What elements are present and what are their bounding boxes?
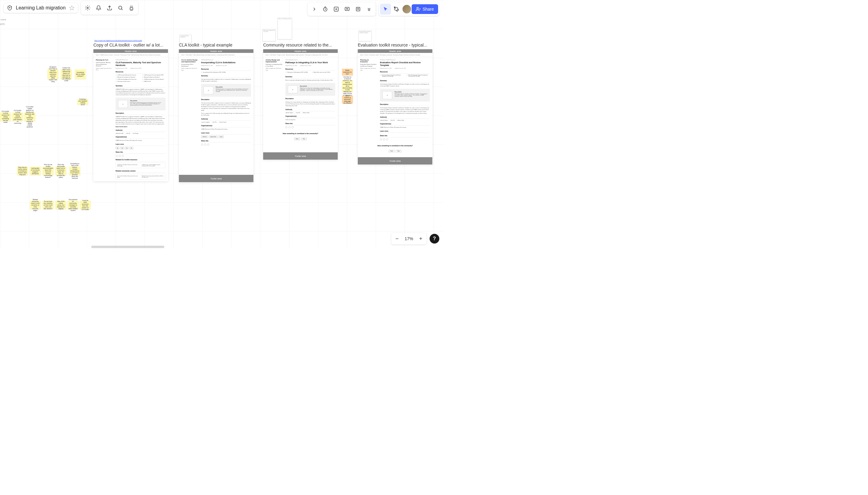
- star-icon[interactable]: [69, 5, 75, 11]
- search-button[interactable]: [115, 2, 126, 13]
- canvas[interactable]: ment ype) Incorporating CLA in Solicitat…: [0, 0, 443, 248]
- frame-2-title: CLA toolkit - typical example: [179, 42, 253, 48]
- sticky-note[interactable]: Do we have any analytics on how much use…: [43, 201, 53, 209]
- image-placeholder-icon: ▲: [203, 86, 213, 94]
- timer-button[interactable]: [320, 4, 331, 15]
- f1-sidebar: Planning for CLA CLA Framework, Maturity…: [96, 59, 113, 180]
- zoom-in-button[interactable]: +: [416, 234, 425, 243]
- frame-3-title: Community resource related to the...: [263, 42, 338, 48]
- frame-1-header: Header area: [94, 49, 168, 53]
- top-toolbar: Learning Lab migration Share: [0, 0, 443, 16]
- thumbnail-1[interactable]: Incorporating CLA in Solicitations: [180, 35, 192, 43]
- frame-1-title: Copy of CLA toolkit - outlier w/ a lot..…: [94, 42, 168, 48]
- sticky-note[interactable]: Something to add on the bottom: contact …: [69, 167, 80, 175]
- export-button[interactable]: [104, 2, 115, 13]
- comments-button[interactable]: [353, 4, 364, 15]
- thumbnail-4[interactable]: Evaluation Report Checklist and Review T…: [358, 30, 372, 41]
- frame-4[interactable]: Evaluation toolkit resource - typical...…: [358, 42, 432, 165]
- f1-heading: CLA Framework, Maturity Tool and Spectru…: [116, 61, 166, 67]
- plugin-button[interactable]: [126, 2, 137, 13]
- share-button[interactable]: Share: [412, 4, 438, 14]
- present-button[interactable]: [342, 4, 353, 15]
- sticky-note[interactable]: Published and Updated making sense: [77, 99, 88, 105]
- board-info: Learning Lab migration: [4, 3, 78, 13]
- thumbnail-2[interactable]: Pathways to Integrating CLA in Your Work: [262, 29, 276, 41]
- voting-button[interactable]: [331, 4, 342, 15]
- right-toolbar: Share: [307, 2, 439, 16]
- sticky-note[interactable]: Designers want help to prevent users fro…: [48, 69, 59, 79]
- shield-icon: [7, 5, 13, 11]
- svg-point-0: [10, 7, 10, 8]
- main-actions: [81, 1, 138, 15]
- sticky-note[interactable]: CLA toolkit: related platform on sharing…: [24, 113, 35, 121]
- frame-3[interactable]: Community resource related to the... Hea…: [263, 42, 338, 160]
- sticky-note[interactable]: Lack/quality of comments suggests disint…: [30, 167, 41, 175]
- svg-point-3: [119, 6, 122, 10]
- sticky-note[interactable]: Rare that an author wants to include an …: [17, 167, 28, 175]
- board-title[interactable]: Learning Lab migration: [16, 5, 66, 11]
- image-placeholder-icon: ▲: [118, 100, 128, 108]
- image-placeholder-icon: ▲: [382, 91, 392, 99]
- frame-1[interactable]: Copy of CLA toolkit - outlier w/ a lot..…: [94, 42, 168, 181]
- sticky-note[interactable]: CLA toolkit, no final process for vettin…: [0, 113, 11, 121]
- settings-button[interactable]: [82, 2, 93, 13]
- frame-4-title: Evaluation toolkit resource - typical...: [358, 42, 432, 48]
- image-placeholder-icon: ▲: [288, 85, 298, 93]
- svg-marker-8: [347, 8, 348, 10]
- svg-point-2: [87, 7, 88, 9]
- svg-marker-1: [69, 6, 74, 10]
- canvas-text-2: ype): [0, 22, 5, 25]
- sticky-note[interactable]: Something like an offsite indicator?: [75, 69, 86, 79]
- sticky-note[interactable]: Info they try to keep at minimum, but ne…: [342, 80, 353, 92]
- thumbnail-3[interactable]: What is Your Pathway to CLA?: [278, 18, 292, 39]
- sticky-note[interactable]: Could be other resources from this secti…: [80, 201, 91, 209]
- canvas-text-1: ment: [1, 18, 6, 21]
- sticky-note[interactable]: Better treatment for this?: [342, 69, 353, 75]
- f1-main: CLA Toolkit Resources CLA Framework, Mat…: [116, 59, 166, 180]
- horizontal-scrollbar[interactable]: [91, 246, 164, 248]
- frame-1-body: Header area Home › USAID Natural Leaders…: [94, 49, 168, 181]
- edit-tool[interactable]: [391, 4, 402, 15]
- user-avatar[interactable]: [402, 4, 412, 14]
- hide-panel-button[interactable]: [309, 4, 320, 15]
- sticky-note[interactable]: Not practical for community manager to m…: [68, 201, 79, 209]
- help-button[interactable]: ?: [430, 234, 439, 243]
- f1-breadcrumb: Home › USAID Natural Leaders › Carousels…: [94, 53, 168, 57]
- sticky-note[interactable]: Related resources doesn't exist currentl…: [30, 201, 41, 209]
- zoom-level[interactable]: 17%: [402, 236, 416, 241]
- sticky-note[interactable]: Create how that's cross referencing ther…: [61, 69, 72, 79]
- sticky-note[interactable]: How can we enable communication about th…: [43, 167, 53, 175]
- url-link[interactable]: https://usaid-mel.digital/communityofpra…: [94, 39, 142, 41]
- zoom-controls: − 17% + ?: [391, 233, 439, 244]
- sticky-note[interactable]: Value? context of resource? blog page ar…: [342, 96, 353, 103]
- cursor-tool[interactable]: [380, 4, 391, 15]
- notifications-button[interactable]: [93, 2, 104, 13]
- more-button[interactable]: [364, 4, 374, 15]
- svg-line-4: [121, 9, 122, 10]
- zoom-out-button[interactable]: −: [393, 234, 402, 243]
- sticky-note[interactable]: CLA toolkit: no final process for vettin…: [12, 113, 23, 121]
- sticky-note[interactable]: Idea of this makes sense, but depends on…: [55, 201, 66, 209]
- sticky-note[interactable]: Prob rare that people reach out on a res…: [55, 167, 66, 175]
- frame-2[interactable]: CLA toolkit - typical example Header are…: [179, 42, 253, 182]
